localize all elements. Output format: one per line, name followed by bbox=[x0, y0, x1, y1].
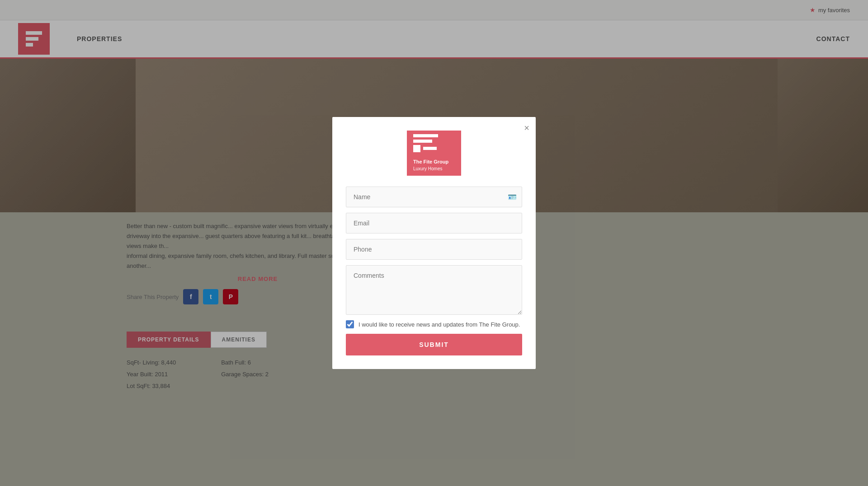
modal-close-button[interactable]: × bbox=[524, 123, 529, 132]
newsletter-checkbox[interactable] bbox=[346, 320, 354, 328]
comments-input[interactable] bbox=[346, 265, 522, 315]
modal-logo-text: The Fite Group Luxury Homes bbox=[413, 159, 448, 172]
email-input[interactable] bbox=[346, 213, 522, 234]
name-field-row: 🪪 bbox=[346, 187, 522, 207]
modal-logo: The Fite Group Luxury Homes bbox=[346, 131, 522, 176]
modal-overlay: × The Fite Group Luxury Homes bbox=[0, 0, 868, 486]
logo-bar-long bbox=[413, 134, 438, 137]
contact-form: 🪪 I would like to receive news and updat… bbox=[346, 187, 522, 355]
modal-logo-box: The Fite Group Luxury Homes bbox=[407, 131, 461, 176]
logo-bar-med bbox=[413, 140, 432, 143]
newsletter-label: I would like to receive news and updates… bbox=[359, 321, 520, 328]
newsletter-checkbox-row: I would like to receive news and updates… bbox=[346, 320, 522, 328]
name-input[interactable] bbox=[346, 187, 522, 207]
id-card-icon: 🪪 bbox=[508, 193, 517, 201]
submit-button[interactable]: SUBMIT bbox=[346, 334, 522, 355]
contact-modal: × The Fite Group Luxury Homes bbox=[332, 117, 536, 369]
logo-bottom-row bbox=[413, 145, 438, 152]
logo-bar-short bbox=[423, 147, 437, 150]
modal-logo-bars bbox=[413, 134, 438, 152]
logo-square bbox=[413, 145, 420, 152]
phone-input[interactable] bbox=[346, 239, 522, 260]
